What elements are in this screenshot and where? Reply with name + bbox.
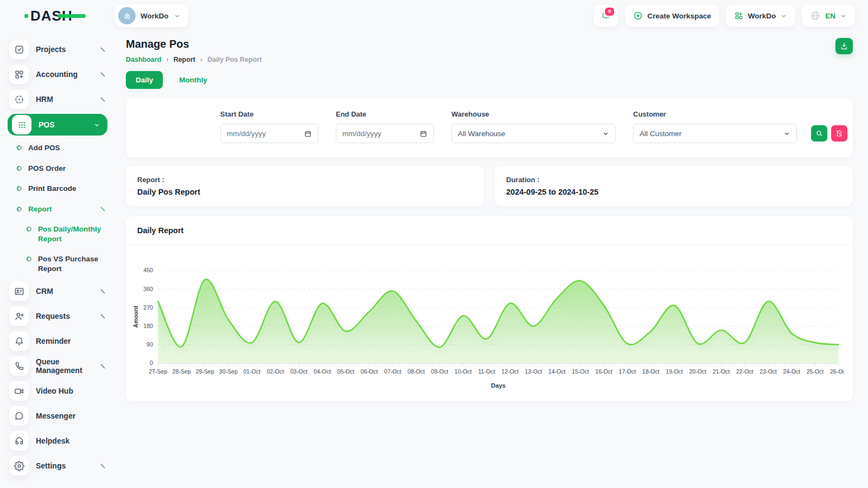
- chevron-right-icon: [99, 71, 106, 78]
- bullet-ring-icon: [16, 206, 23, 213]
- id-card-icon-card: [9, 281, 29, 301]
- sidebar-item-label: Requests: [36, 312, 70, 320]
- sidebar-subitem-label: Print Barcode: [28, 184, 76, 194]
- topbar: DASH WorkDo 0 Create Workspace WorkDo: [0, 0, 868, 31]
- bullet-ring-icon: [16, 165, 23, 172]
- svg-text:14-Oct: 14-Oct: [548, 368, 566, 375]
- logo-dot: [24, 14, 28, 18]
- messages-button[interactable]: 0: [593, 5, 618, 27]
- create-workspace-button[interactable]: Create Workspace: [625, 5, 719, 27]
- sidebar-item-messenger[interactable]: Messenger: [0, 403, 115, 428]
- breadcrumb-dashboard[interactable]: Dashboard: [126, 56, 161, 63]
- svg-text:13-Oct: 13-Oct: [525, 368, 542, 375]
- warehouse-select[interactable]: All Warehouse: [451, 124, 616, 143]
- user-plus-icon-card: [9, 306, 29, 326]
- workspace-switcher-button[interactable]: WorkDo: [726, 5, 796, 27]
- sidebar-item-label: Helpdesk: [36, 436, 69, 445]
- report-summary-label: Report :: [137, 176, 473, 184]
- logo-wrap: DASH: [0, 8, 115, 24]
- tab-monthly[interactable]: Monthly: [169, 71, 217, 89]
- sidebar-subitem-pos-daily-monthly-report[interactable]: Pos Daily/Monthly Report: [0, 219, 115, 249]
- sidebar-item-label: Settings: [36, 461, 66, 470]
- tab-daily[interactable]: Daily: [126, 71, 163, 89]
- svg-text:19-Oct: 19-Oct: [666, 368, 683, 375]
- sidebar-item-label: Projects: [36, 45, 66, 54]
- search-icon: [815, 130, 823, 137]
- filter-panel: Start Date mm/dd/yyyy End Date mm/dd/yyy…: [126, 98, 853, 157]
- workspace-avatar: [118, 7, 136, 24]
- breadcrumb-report[interactable]: Report: [174, 56, 195, 63]
- sidebar-item-pos[interactable]: POS: [8, 114, 107, 136]
- daily-report-card: Daily Report 09018027036045027-Sep28-Sep…: [126, 216, 853, 401]
- workspace-grid-icon: [734, 11, 744, 21]
- main-content: Manage Pos Dashboard › Report › Daily Po…: [115, 31, 868, 478]
- sidebar-subitem-pos-vs-purchase-report[interactable]: Pos VS Purchase Report: [0, 249, 115, 279]
- sidebar-subitem-label: POS Order: [28, 164, 66, 174]
- sidebar-item-accounting[interactable]: Accounting: [0, 62, 115, 87]
- target-icon-card: [9, 89, 29, 109]
- gear-icon: [14, 461, 24, 471]
- calendar-icon: [304, 130, 312, 138]
- logo-dash-bar: [58, 14, 86, 18]
- sidebar-subitem-add-pos[interactable]: Add POS: [0, 138, 115, 158]
- bullet-ring-icon: [16, 185, 23, 192]
- svg-text:02-Oct: 02-Oct: [267, 368, 284, 375]
- svg-text:08-Oct: 08-Oct: [407, 368, 425, 375]
- x-axis-title: Days: [491, 382, 506, 389]
- duration-summary-label: Duration :: [506, 176, 841, 184]
- svg-text:180: 180: [143, 323, 153, 329]
- sidebar-subitem-report[interactable]: Report: [0, 199, 115, 220]
- globe-icon: [810, 10, 821, 21]
- warehouse-selected-value: All Warehouse: [458, 130, 505, 138]
- apply-filter-button[interactable]: [811, 125, 827, 142]
- svg-text:25-Oct: 25-Oct: [807, 368, 824, 375]
- sidebar-item-settings[interactable]: Settings: [0, 453, 115, 478]
- customer-label: Customer: [633, 110, 797, 118]
- grid-plus-icon-card: [9, 65, 29, 84]
- svg-text:06-Oct: 06-Oct: [361, 368, 378, 375]
- svg-text:28-Sep: 28-Sep: [173, 368, 191, 375]
- headset-icon: [14, 436, 24, 446]
- bullet-ring-icon: [16, 144, 23, 151]
- phone-icon-card: [9, 356, 29, 376]
- svg-text:24-Oct: 24-Oct: [783, 368, 800, 375]
- workspace-pill[interactable]: WorkDo: [115, 4, 188, 27]
- svg-text:27-Sep: 27-Sep: [149, 368, 167, 375]
- download-report-button[interactable]: [835, 38, 853, 54]
- sidebar-item-label: HRM: [36, 95, 53, 104]
- dots-grid-icon: [17, 120, 27, 130]
- bullet-ring-icon: [25, 255, 33, 262]
- sidebar-item-requests[interactable]: Requests: [0, 304, 115, 329]
- sidebar-subitem-print-barcode[interactable]: Print Barcode: [0, 178, 115, 199]
- sidebar-item-reminder[interactable]: Reminder: [0, 329, 115, 354]
- sidebar-item-label: Video Hub: [36, 387, 73, 395]
- sidebar-item-queue-management[interactable]: Queue Management: [0, 354, 115, 378]
- sidebar-subitem-pos-order[interactable]: POS Order: [0, 158, 115, 179]
- area-chart-svg: 09018027036045027-Sep28-Sep29-Sep30-Sep0…: [129, 254, 844, 396]
- grid-plus-icon: [14, 69, 24, 80]
- chevron-down-icon: [174, 12, 181, 20]
- chevron-down-icon: [780, 12, 787, 20]
- svg-text:360: 360: [143, 286, 153, 292]
- start-date-input[interactable]: mm/dd/yyyy: [220, 124, 318, 143]
- customer-field: Customer All Customer: [633, 110, 797, 143]
- reset-filter-button[interactable]: [831, 125, 847, 142]
- brand-logo[interactable]: DASH: [30, 8, 73, 24]
- calendar-icon: [419, 130, 427, 138]
- end-date-input[interactable]: mm/dd/yyyy: [336, 124, 434, 143]
- sidebar-item-video-hub[interactable]: Video Hub: [0, 378, 115, 403]
- svg-text:20-Oct: 20-Oct: [689, 368, 706, 375]
- customer-select[interactable]: All Customer: [633, 124, 797, 143]
- sidebar-item-crm[interactable]: CRM: [0, 279, 115, 304]
- target-icon: [14, 94, 24, 105]
- language-button[interactable]: EN: [802, 5, 855, 27]
- sidebar-item-helpdesk[interactable]: Helpdesk: [0, 428, 115, 453]
- sidebar-item-projects[interactable]: Projects: [0, 37, 115, 62]
- report-summary-card: Report : Daily Pos Report: [126, 166, 484, 206]
- chevron-right-icon: [99, 46, 106, 53]
- daily-report-chart: 09018027036045027-Sep28-Sep29-Sep30-Sep0…: [126, 245, 853, 401]
- sidebar-item-hrm[interactable]: HRM: [0, 87, 115, 112]
- bell-icon: [14, 336, 24, 346]
- chevron-right-icon: ›: [166, 55, 168, 63]
- chat-icon: [14, 411, 24, 421]
